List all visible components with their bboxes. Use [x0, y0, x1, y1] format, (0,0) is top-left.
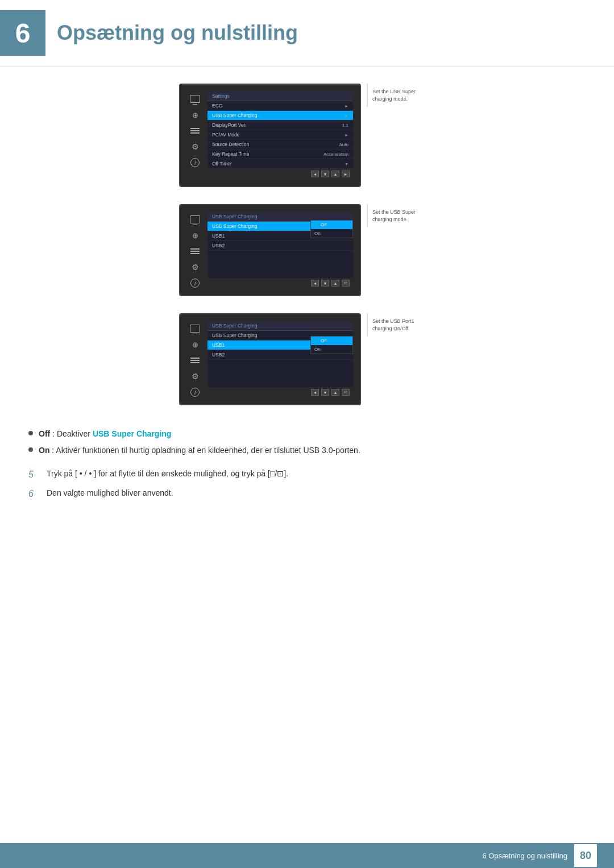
arrows-icon: ⊕ — [189, 110, 201, 120]
info-icon: i — [189, 157, 201, 168]
monitor-bezel-3: ⊕ ⚙ i USB Super Charging — [179, 313, 361, 405]
step-5-text: Tryk på [ • / • ] for at flytte til den … — [47, 468, 288, 480]
controls-bar-3: ◄ ▼ ▲ ↵ — [208, 387, 353, 397]
step-5-num: 5 — [28, 468, 40, 481]
menu-item-pcav: PC/AV Mode ► — [208, 130, 353, 140]
menu-item-source: Source Detection Auto — [208, 140, 353, 149]
info-icon-3: i — [189, 387, 201, 397]
menu-item-dp: DisplayPort Ver. 1.1 — [208, 121, 353, 130]
footer-text: 6 Opsætning og nulstilling — [482, 852, 567, 860]
menu-title-3: USB Super Charging — [208, 321, 353, 331]
ctrl-up-1[interactable]: ▲ — [331, 171, 339, 177]
menu-panel-1: Settings ECO ► USB Super Charging ► Disp… — [208, 92, 353, 169]
submenu-on-2: On — [311, 229, 352, 238]
monitor-bezel-2: ⊕ ⚙ i USB Super Charging — [179, 204, 361, 296]
panel-row-3: ⊕ ⚙ i USB Super Charging — [179, 313, 435, 405]
bullet-on-label: On — [39, 446, 49, 455]
submenu-on-3: On — [311, 345, 352, 354]
ctrl-down-1[interactable]: ▼ — [321, 171, 329, 177]
monitor-icon-3 — [189, 323, 201, 334]
icons-col-3: ⊕ ⚙ i — [187, 321, 203, 397]
icons-col-1: ⊕ ⚙ i — [187, 92, 203, 179]
menu-item-usb2-2: USB2 — [208, 241, 353, 251]
help-text-3: Set the USB Port1 charging On/Off. — [367, 313, 435, 337]
ctrl-enter-3[interactable]: ↵ — [342, 389, 350, 396]
bullet-on-text: : Aktivér funktionen til hurtig opladnin… — [52, 446, 360, 455]
panel-row-1: ⊕ ⚙ i Settings — [179, 84, 435, 187]
lines-icon-2 — [189, 246, 201, 256]
info-icon-2: i — [189, 278, 201, 288]
page-title: Opsætning og nulstilling — [57, 21, 298, 45]
lines-icon-3 — [189, 355, 201, 366]
bullet-off-highlight: USB Super Charging — [93, 429, 171, 438]
content-area: ⊕ ⚙ i Settings — [0, 84, 614, 541]
menu-panel-2: USB Super Charging USB Super Charging US… — [208, 212, 353, 278]
menu-item-offtimer: Off Timer ▼ — [208, 159, 353, 169]
controls-bar-1: ◄ ▼ ▲ ► — [208, 169, 353, 179]
help-text-1: Set the USB Super charging mode. — [367, 84, 435, 107]
arrows-icon-2: ⊕ — [189, 230, 201, 240]
panel-row-2: ⊕ ⚙ i USB Super Charging — [179, 204, 435, 296]
submenu-off-2: ✓ Off — [311, 221, 352, 229]
screen-3: USB Super Charging USB Super Charging US… — [208, 321, 353, 397]
panels-area: ⊕ ⚙ i Settings — [28, 84, 586, 405]
monitor-bezel-1: ⊕ ⚙ i Settings — [179, 84, 361, 187]
menu-title-1: Settings — [208, 92, 353, 101]
ctrl-enter-2[interactable]: ↵ — [342, 280, 350, 286]
gear-icon-3: ⚙ — [189, 371, 201, 381]
submenu-3: ✓ Off On — [310, 336, 353, 354]
screen-1: Settings ECO ► USB Super Charging ► Disp… — [208, 92, 353, 179]
page-footer: 6 Opsætning og nulstilling 80 — [0, 843, 614, 868]
step-5: 5 Tryk på [ • / • ] for at flytte til de… — [28, 468, 586, 481]
monitor-icon-2 — [189, 214, 201, 225]
ctrl-left-3[interactable]: ◄ — [311, 389, 319, 396]
ctrl-up-3[interactable]: ▲ — [331, 389, 339, 396]
bullet-item-off: Off : Deaktiver USB Super Charging — [28, 428, 586, 440]
ctrl-right-1[interactable]: ► — [342, 171, 350, 177]
ctrl-down-2[interactable]: ▼ — [321, 280, 329, 286]
controls-bar-2: ◄ ▼ ▲ ↵ — [208, 278, 353, 288]
chapter-number: 6 — [15, 18, 31, 49]
lines-icon — [189, 126, 201, 136]
bullet-item-on: On : Aktivér funktionen til hurtig oplad… — [28, 445, 586, 456]
menu-panel-3: USB Super Charging USB Super Charging US… — [208, 321, 353, 387]
bullet-list: Off : Deaktiver USB Super Charging On : … — [28, 428, 586, 456]
bullet-off-text: : Deaktiver — [52, 429, 93, 438]
menu-item-usb-charging: USB Super Charging ► — [208, 111, 353, 121]
icons-col-2: ⊕ ⚙ i — [187, 212, 203, 288]
gear-icon-2: ⚙ — [189, 262, 201, 272]
step-6-text: Den valgte mulighed bliver anvendt. — [47, 487, 173, 499]
gear-icon: ⚙ — [189, 142, 201, 152]
ctrl-left-2[interactable]: ◄ — [311, 280, 319, 286]
submenu-off-3: ✓ Off — [311, 337, 352, 345]
bullet-off-label: Off — [39, 429, 50, 438]
ctrl-down-3[interactable]: ▼ — [321, 389, 329, 396]
menu-item-eco: ECO ► — [208, 101, 353, 111]
page-header: 6 Opsætning og nulstilling — [0, 0, 614, 67]
ctrl-up-2[interactable]: ▲ — [331, 280, 339, 286]
bullet-dot-2 — [28, 447, 33, 452]
chapter-badge: 6 — [0, 10, 45, 56]
step-6-num: 6 — [28, 487, 40, 501]
screen-2: USB Super Charging USB Super Charging US… — [208, 212, 353, 288]
bullet-dot-1 — [28, 431, 33, 435]
footer-page-number: 80 — [574, 844, 597, 867]
menu-item-keyrepeat: Key Repeat Time Acceleration — [208, 149, 353, 159]
arrows-icon-3: ⊕ — [189, 339, 201, 350]
submenu-2: ✓ Off On — [310, 220, 353, 238]
monitor-icon — [189, 94, 201, 104]
ctrl-left-1[interactable]: ◄ — [311, 171, 319, 177]
help-text-2: Set the USB Super charging mode. — [367, 204, 435, 227]
step-6: 6 Den valgte mulighed bliver anvendt. — [28, 487, 586, 501]
